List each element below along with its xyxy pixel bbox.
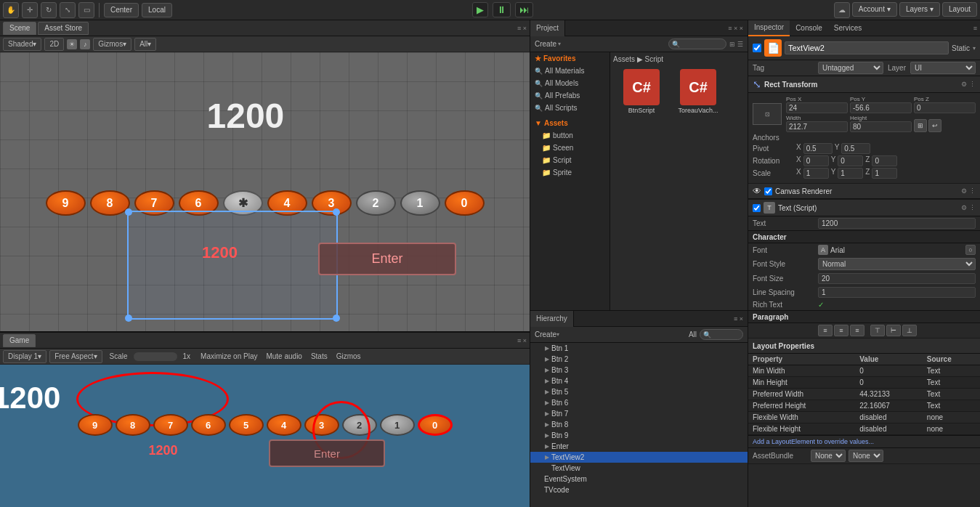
scene-btn-1[interactable]: 1 xyxy=(400,190,440,216)
hier-enter[interactable]: ▶Enter xyxy=(530,441,748,452)
align-right-btn[interactable]: ≡ xyxy=(850,325,864,336)
font-size-input[interactable] xyxy=(818,273,976,284)
object-name-input[interactable] xyxy=(785,41,949,54)
scale-y-input[interactable] xyxy=(838,168,863,179)
scene-btn-9[interactable]: 9 xyxy=(46,190,86,216)
anchor-diagram[interactable]: ⊡ xyxy=(753,103,782,125)
hier-btn1[interactable]: ▶Btn 1 xyxy=(530,343,748,354)
game-btn-7[interactable]: 7 xyxy=(153,414,188,436)
stats-label[interactable]: Stats xyxy=(311,352,328,360)
align-bottom-btn[interactable]: ⊥ xyxy=(902,325,917,336)
tab-services[interactable]: Services xyxy=(828,20,867,36)
scale-z-input[interactable] xyxy=(872,168,897,179)
project-view-toggle[interactable]: ⊞ ☰ xyxy=(729,41,743,48)
reset-icon[interactable]: ↩ xyxy=(928,119,941,132)
cloud-icon[interactable]: ☁ xyxy=(834,2,850,18)
text-script-header[interactable]: T Text (Script) ⚙ ⋮ xyxy=(748,200,980,216)
hier-eventsystem[interactable]: ▶EventSystem xyxy=(530,474,748,484)
rect-transform-header[interactable]: ⤡ Rect Transform ⚙ ⋮ xyxy=(748,76,980,93)
center-toggle[interactable]: Center xyxy=(104,3,139,17)
layout-dropdown[interactable]: Layout xyxy=(942,2,977,17)
mute-label[interactable]: Mute audio xyxy=(266,352,301,360)
sidebar-all-materials[interactable]: 🔍All Materials xyxy=(530,65,610,77)
asset-bundle-select2[interactable]: None xyxy=(849,450,883,462)
scale-slider[interactable] xyxy=(134,352,177,361)
file-toreuvach[interactable]: C# ToreauVach... xyxy=(673,69,724,114)
posx-input[interactable] xyxy=(786,102,848,113)
hier-btn6[interactable]: ▶Btn 6 xyxy=(530,397,748,408)
sidebar-all-prefabs[interactable]: 🔍All Prefabs xyxy=(530,89,610,102)
local-toggle[interactable]: Local xyxy=(142,3,172,17)
gizmos-label[interactable]: Gizmos xyxy=(336,352,361,360)
sel-handle-tl[interactable] xyxy=(125,208,132,216)
hier-btn8[interactable]: ▶Btn 8 xyxy=(530,419,748,430)
scene-btn-2[interactable]: 2 xyxy=(356,190,396,216)
game-content[interactable]: 1200 9 8 7 6 5 4 3 2 1 0 1200 xyxy=(0,365,530,507)
tool-rect[interactable]: ▭ xyxy=(78,2,94,18)
hierarchy-search[interactable]: 🔍 xyxy=(700,329,743,340)
file-btnscript[interactable]: C# BtnScript xyxy=(616,69,667,114)
asset-bundle-select[interactable]: None xyxy=(811,450,846,462)
hier-btn4[interactable]: ▶Btn 4 xyxy=(530,376,748,386)
text-script-checkbox[interactable] xyxy=(753,204,761,212)
game-enter-button[interactable]: Enter xyxy=(269,439,385,467)
height-input[interactable] xyxy=(850,121,912,132)
scene-btn-8[interactable]: 8 xyxy=(90,190,130,216)
account-dropdown[interactable]: Account ▾ xyxy=(852,2,897,17)
sel-handle-bl[interactable] xyxy=(125,315,132,322)
pivot-x-input[interactable] xyxy=(803,143,833,154)
sel-handle-tr[interactable] xyxy=(333,208,340,216)
game-btn-0[interactable]: 0 xyxy=(418,414,453,436)
sidebar-sceen[interactable]: 📁Sceen xyxy=(530,142,610,154)
sel-handle-br[interactable] xyxy=(333,315,340,322)
hier-btn7[interactable]: ▶Btn 7 xyxy=(530,408,748,419)
hier-btn9[interactable]: ▶Btn 9 xyxy=(530,430,748,441)
project-search[interactable]: 🔍 xyxy=(668,38,726,49)
rot-z-input[interactable] xyxy=(872,155,897,166)
scene-btn-0[interactable]: 0 xyxy=(445,190,485,216)
light-toggle[interactable]: ☀ xyxy=(67,39,77,49)
hier-tvcode[interactable]: ▶TVcode xyxy=(530,484,748,495)
scene-enter-button[interactable]: Enter xyxy=(318,243,456,275)
step-button[interactable]: ⏭ xyxy=(515,2,533,17)
tag-select[interactable]: Untagged xyxy=(818,62,883,74)
create-label[interactable]: Create xyxy=(535,40,556,48)
align-middle-btn[interactable]: ⊢ xyxy=(886,325,901,336)
layers-dropdown[interactable]: Layers ▾ xyxy=(899,2,940,17)
align-left-btn[interactable]: ≡ xyxy=(818,325,833,336)
game-btn-4[interactable]: 4 xyxy=(267,414,301,436)
tool-rotate[interactable]: ↻ xyxy=(41,2,57,18)
game-btn-1[interactable]: 1 xyxy=(380,414,415,436)
posy-input[interactable] xyxy=(850,102,912,113)
hier-textview[interactable]: ▶TextView xyxy=(530,463,748,474)
game-btn-9[interactable]: 9 xyxy=(78,414,113,436)
tab-inspector[interactable]: Inspector xyxy=(748,20,790,36)
text-script-settings[interactable]: ⚙ ⋮ xyxy=(961,204,976,211)
line-spacing-input[interactable] xyxy=(818,287,976,298)
all-dropdown[interactable]: All ▾ xyxy=(134,38,156,51)
shaded-dropdown[interactable]: Shaded ▾ xyxy=(3,38,41,51)
width-input[interactable] xyxy=(786,121,848,132)
canvas-renderer-checkbox[interactable] xyxy=(764,187,772,195)
tool-scale[interactable]: ⤡ xyxy=(60,2,76,18)
rect-transform-settings[interactable]: ⚙ ⋮ xyxy=(961,81,976,88)
sidebar-all-scripts[interactable]: 🔍All Scripts xyxy=(530,102,610,114)
constrain-icon[interactable]: ⊞ xyxy=(914,119,927,132)
game-btn-6[interactable]: 6 xyxy=(191,414,226,436)
tab-game[interactable]: Game xyxy=(3,334,36,347)
sidebar-script[interactable]: 📁Script xyxy=(530,154,610,166)
font-select-btn[interactable]: ○ xyxy=(965,245,976,255)
game-btn-8[interactable]: 8 xyxy=(116,414,150,436)
pause-button[interactable]: ⏸ xyxy=(493,2,511,17)
sidebar-sprite[interactable]: 📁Sprite xyxy=(530,166,610,179)
align-center-btn[interactable]: ≡ xyxy=(834,325,849,336)
2d-toggle[interactable]: 2D xyxy=(44,38,64,51)
game-btn-5[interactable]: 5 xyxy=(229,414,264,436)
tool-hand[interactable]: ✋ xyxy=(3,2,19,18)
pivot-y-input[interactable] xyxy=(841,143,870,154)
layer-select[interactable]: UI xyxy=(910,62,976,74)
font-style-select[interactable]: Normal xyxy=(818,258,976,270)
play-button[interactable]: ▶ xyxy=(472,2,488,17)
hier-btn5[interactable]: ▶Btn 5 xyxy=(530,386,748,397)
maximize-label[interactable]: Maximize on Play xyxy=(201,352,257,360)
